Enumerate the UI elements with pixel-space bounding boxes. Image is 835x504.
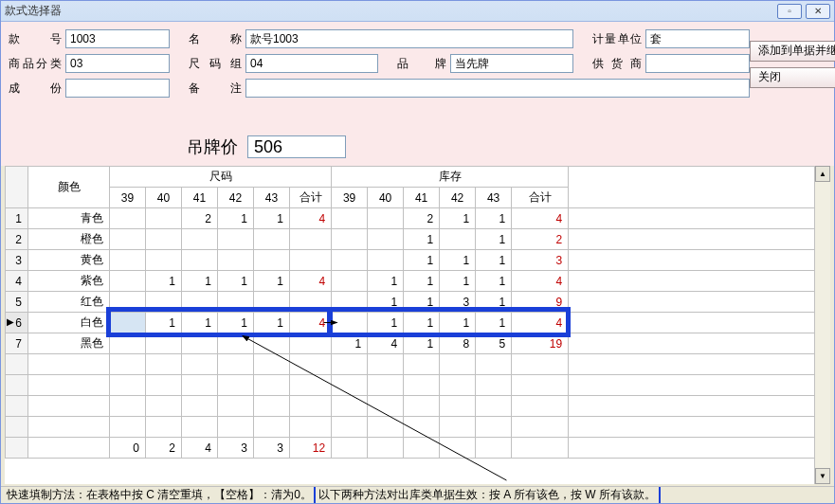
data-grid[interactable]: 颜色 尺码 库存 3940414243合计3940414243合计 1青色211…: [5, 166, 814, 459]
header-stock-size: 42: [440, 188, 476, 208]
field-name[interactable]: [245, 29, 573, 48]
header-rownum: [6, 167, 28, 208]
cell-size-qty[interactable]: 1: [254, 271, 290, 292]
vertical-scrollbar[interactable]: ▲ ▼: [814, 166, 830, 484]
scroll-track[interactable]: [815, 182, 830, 468]
header-size: 40: [146, 188, 182, 208]
cell-color[interactable]: 青色: [28, 208, 110, 229]
cell-stock-qty: 1: [440, 271, 476, 292]
table-row[interactable]: 5红色11319: [6, 292, 815, 313]
sum-stock: [440, 438, 476, 459]
scroll-up-button[interactable]: ▲: [815, 166, 830, 182]
field-supplier[interactable]: [645, 54, 750, 73]
footer-hint-1: 快速填制方法：在表格中按 C 清空重填，【空格】：清为0。: [7, 487, 312, 503]
cell-size-qty[interactable]: [110, 271, 146, 292]
close-window-button[interactable]: ✕: [806, 4, 830, 19]
cell-color[interactable]: 白色: [28, 313, 110, 333]
label-remark: 备 注: [189, 81, 245, 97]
table-row[interactable]: 1青色21142114: [6, 208, 815, 229]
cell-size-qty[interactable]: [110, 250, 146, 271]
cell-size-qty[interactable]: 1: [182, 313, 218, 333]
sum-size: 3: [254, 438, 290, 459]
cell-size-total: [290, 229, 332, 250]
table-row[interactable]: 3黄色1113: [6, 250, 815, 271]
cell-size-qty[interactable]: 2: [182, 208, 218, 229]
field-unit[interactable]: [645, 29, 750, 48]
cell-size-qty[interactable]: [254, 333, 290, 354]
cell-size-qty[interactable]: [110, 313, 146, 333]
cell-stock-qty: [332, 229, 368, 250]
cell-stock-qty: 1: [404, 313, 440, 333]
cell-stock-qty: [332, 250, 368, 271]
cell-size-qty[interactable]: [146, 250, 182, 271]
header-stock-size: 43: [476, 188, 512, 208]
table-row[interactable]: 2橙色112: [6, 229, 815, 250]
cell-color[interactable]: 黑色: [28, 333, 110, 354]
cell-size-qty[interactable]: 1: [146, 313, 182, 333]
cell-size-qty[interactable]: [218, 250, 254, 271]
scroll-down-button[interactable]: ▼: [815, 468, 830, 484]
cell-stock-total: 4: [512, 271, 569, 292]
cell-stock-qty: 8: [440, 333, 476, 354]
cell-stock-total: 19: [512, 333, 569, 354]
restore-button[interactable]: ▫: [777, 4, 802, 19]
cell-size-qty[interactable]: 1: [146, 271, 182, 292]
cell-size-total: [290, 250, 332, 271]
cell-size-qty[interactable]: 1: [218, 271, 254, 292]
cell-size-qty[interactable]: [110, 292, 146, 313]
cell-size-qty[interactable]: [218, 229, 254, 250]
cell-size-qty[interactable]: [146, 208, 182, 229]
cell-size-total: [290, 292, 332, 313]
cell-stock-qty: 2: [404, 208, 440, 229]
cell-size-qty[interactable]: [218, 292, 254, 313]
cell-stock-qty: 1: [368, 313, 404, 333]
cell-stock-qty: [368, 229, 404, 250]
cell-size-qty[interactable]: [254, 292, 290, 313]
add-button-label: 添加到单据并继续: [758, 43, 835, 59]
field-sizegroup[interactable]: [245, 54, 378, 73]
cell-size-qty[interactable]: 1: [254, 313, 290, 333]
add-button[interactable]: 添加到单据并继续 (Ins): [750, 41, 835, 62]
cell-size-qty[interactable]: [110, 229, 146, 250]
cell-color[interactable]: 红色: [28, 292, 110, 313]
cell-size-qty[interactable]: 1: [218, 208, 254, 229]
header-size-total: 合计: [290, 188, 332, 208]
cell-size-qty[interactable]: [110, 333, 146, 354]
table-row[interactable]: 4紫色1111411114: [6, 271, 815, 292]
cell-size-qty[interactable]: [254, 250, 290, 271]
label-supplier: 供 货 商: [592, 56, 645, 72]
cell-color[interactable]: 紫色: [28, 271, 110, 292]
cell-size-qty[interactable]: 1: [182, 271, 218, 292]
field-ingredient[interactable]: [65, 79, 170, 98]
cell-color[interactable]: 黄色: [28, 250, 110, 271]
cell-size-qty[interactable]: 1: [218, 313, 254, 333]
label-code: 款 号: [9, 31, 65, 47]
cell-stock-total: 4: [512, 313, 569, 333]
cell-size-qty[interactable]: [182, 229, 218, 250]
cell-stock-qty: 1: [476, 292, 512, 313]
cell-size-qty[interactable]: [146, 292, 182, 313]
cell-size-qty[interactable]: [146, 229, 182, 250]
cell-color[interactable]: 橙色: [28, 229, 110, 250]
field-remark[interactable]: [245, 79, 750, 98]
table-row[interactable]: 7黑色1418519: [6, 333, 815, 354]
cell-stock-qty: 1: [476, 271, 512, 292]
field-code[interactable]: [65, 29, 170, 48]
table-row[interactable]: 6白色1111411114: [6, 313, 815, 333]
header-stock-group: 库存: [332, 167, 569, 188]
field-brand[interactable]: [450, 54, 573, 73]
cell-size-qty[interactable]: [254, 229, 290, 250]
header-size-group: 尺码: [110, 167, 332, 188]
row-number: 1: [6, 208, 28, 229]
cell-size-qty[interactable]: [146, 333, 182, 354]
cell-size-qty[interactable]: [182, 292, 218, 313]
cell-size-qty[interactable]: 1: [254, 208, 290, 229]
cell-size-qty[interactable]: [182, 250, 218, 271]
row-number: 7: [6, 333, 28, 354]
close-button[interactable]: 关闭 (Esc): [750, 67, 835, 88]
cell-size-qty[interactable]: [218, 333, 254, 354]
price-field[interactable]: [247, 135, 346, 158]
cell-size-qty[interactable]: [110, 208, 146, 229]
cell-size-qty[interactable]: [182, 333, 218, 354]
field-category[interactable]: [65, 54, 170, 73]
